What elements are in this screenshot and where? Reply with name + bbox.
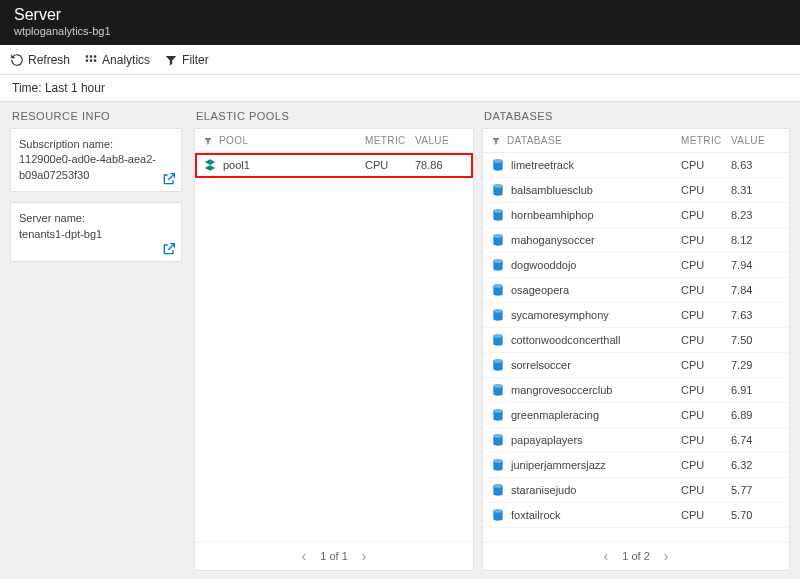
- database-metric: CPU: [681, 159, 731, 171]
- subscription-tile[interactable]: Subscription name: 112900e0-ad0e-4ab8-ae…: [10, 128, 182, 192]
- pager-prev[interactable]: ‹: [604, 548, 609, 564]
- database-row[interactable]: foxtailrockCPU5.70: [483, 503, 789, 528]
- page-subtitle: wtploganalytics-bg1: [14, 25, 786, 37]
- database-name: papayaplayers: [511, 434, 583, 446]
- database-row[interactable]: staranisejudoCPU5.77: [483, 478, 789, 503]
- filter-icon[interactable]: [203, 136, 213, 146]
- database-value: 7.94: [731, 259, 781, 271]
- svg-point-33: [493, 484, 502, 488]
- database-row[interactable]: hornbeamhiphopCPU8.23: [483, 203, 789, 228]
- pager-next[interactable]: ›: [664, 548, 669, 564]
- database-row[interactable]: osageoperaCPU7.84: [483, 278, 789, 303]
- database-row[interactable]: juniperjammersjazzCPU6.32: [483, 453, 789, 478]
- database-metric: CPU: [681, 334, 731, 346]
- pager-text: 1 of 2: [622, 550, 650, 562]
- svg-point-23: [493, 359, 502, 363]
- database-row[interactable]: limetreetrackCPU8.63: [483, 153, 789, 178]
- database-name: mangrovesoccerclub: [511, 384, 613, 396]
- database-value: 5.70: [731, 509, 781, 521]
- database-name: sycamoresymphony: [511, 309, 609, 321]
- resource-info-header: RESOURCE INFO: [10, 110, 182, 122]
- database-icon: [491, 458, 505, 472]
- database-metric: CPU: [681, 234, 731, 246]
- pager-text: 1 of 1: [320, 550, 348, 562]
- svg-point-9: [493, 184, 502, 188]
- pools-table-body: pool1CPU78.86: [195, 153, 473, 541]
- svg-point-17: [493, 284, 502, 288]
- database-name: cottonwoodconcerthall: [511, 334, 620, 346]
- database-value: 6.74: [731, 434, 781, 446]
- database-name: hornbeamhiphop: [511, 209, 594, 221]
- database-icon: [491, 258, 505, 272]
- database-value: 7.50: [731, 334, 781, 346]
- database-name: foxtailrock: [511, 509, 561, 521]
- svg-rect-0: [86, 55, 88, 57]
- database-metric: CPU: [681, 284, 731, 296]
- database-icon: [491, 333, 505, 347]
- databases-header: DATABASES: [482, 110, 790, 122]
- pools-table-header: POOL METRIC VALUE: [195, 129, 473, 153]
- db-table-body: limetreetrackCPU8.63balsambluesclubCPU8.…: [483, 153, 789, 541]
- database-row[interactable]: sycamoresymphonyCPU7.63: [483, 303, 789, 328]
- database-metric: CPU: [681, 409, 731, 421]
- elastic-pools-header: ELASTIC POOLS: [194, 110, 474, 122]
- svg-point-25: [493, 384, 502, 388]
- col-value: VALUE: [415, 135, 465, 146]
- refresh-label: Refresh: [28, 53, 70, 67]
- resource-info-column: RESOURCE INFO Subscription name: 112900e…: [0, 102, 190, 579]
- col-pool: POOL: [219, 135, 248, 146]
- database-row[interactable]: dogwooddojoCPU7.94: [483, 253, 789, 278]
- database-metric: CPU: [681, 459, 731, 471]
- server-value: tenants1-dpt-bg1: [19, 227, 173, 242]
- database-row[interactable]: papayaplayersCPU6.74: [483, 428, 789, 453]
- databases-column: DATABASES DATABASE METRIC VALUE limetree…: [478, 102, 800, 579]
- open-icon[interactable]: [161, 241, 177, 257]
- filter-label: Filter: [182, 53, 209, 67]
- database-icon: [491, 408, 505, 422]
- page-title: Server: [14, 6, 786, 24]
- database-value: 8.12: [731, 234, 781, 246]
- open-icon[interactable]: [161, 171, 177, 187]
- database-metric: CPU: [681, 259, 731, 271]
- database-value: 8.23: [731, 209, 781, 221]
- database-value: 7.84: [731, 284, 781, 296]
- database-metric: CPU: [681, 384, 731, 396]
- server-tile[interactable]: Server name: tenants1-dpt-bg1: [10, 202, 182, 262]
- svg-point-31: [493, 459, 502, 463]
- header: Server wtploganalytics-bg1: [0, 0, 800, 45]
- time-range[interactable]: Time: Last 1 hour: [0, 75, 800, 102]
- filter-button[interactable]: Filter: [164, 53, 209, 67]
- svg-point-15: [493, 259, 502, 263]
- database-icon: [491, 208, 505, 222]
- svg-point-11: [493, 209, 502, 213]
- databases-panel: DATABASE METRIC VALUE limetreetrackCPU8.…: [482, 128, 790, 571]
- pager-prev[interactable]: ‹: [302, 548, 307, 564]
- svg-point-27: [493, 409, 502, 413]
- analytics-button[interactable]: Analytics: [84, 53, 150, 67]
- svg-point-13: [493, 234, 502, 238]
- filter-icon[interactable]: [491, 136, 501, 146]
- database-metric: CPU: [681, 309, 731, 321]
- analytics-icon: [84, 53, 98, 67]
- database-row[interactable]: sorrelsoccerCPU7.29: [483, 353, 789, 378]
- elastic-pools-column: ELASTIC POOLS POOL METRIC VALUE pool1CPU…: [190, 102, 478, 579]
- pager-next[interactable]: ›: [362, 548, 367, 564]
- database-name: osageopera: [511, 284, 569, 296]
- database-row[interactable]: balsambluesclubCPU8.31: [483, 178, 789, 203]
- database-value: 8.31: [731, 184, 781, 196]
- analytics-label: Analytics: [102, 53, 150, 67]
- svg-rect-5: [94, 59, 96, 61]
- refresh-icon: [10, 53, 24, 67]
- svg-point-21: [493, 334, 502, 338]
- database-name: juniperjammersjazz: [511, 459, 606, 471]
- pool-row[interactable]: pool1CPU78.86: [195, 153, 473, 178]
- pool-name: pool1: [223, 159, 250, 171]
- database-row[interactable]: greenmapleracingCPU6.89: [483, 403, 789, 428]
- database-row[interactable]: mangrovesoccerclubCPU6.91: [483, 378, 789, 403]
- database-name: sorrelsoccer: [511, 359, 571, 371]
- database-row[interactable]: mahoganysoccerCPU8.12: [483, 228, 789, 253]
- database-row[interactable]: cottonwoodconcerthallCPU7.50: [483, 328, 789, 353]
- database-name: balsambluesclub: [511, 184, 593, 196]
- database-icon: [491, 233, 505, 247]
- refresh-button[interactable]: Refresh: [10, 53, 70, 67]
